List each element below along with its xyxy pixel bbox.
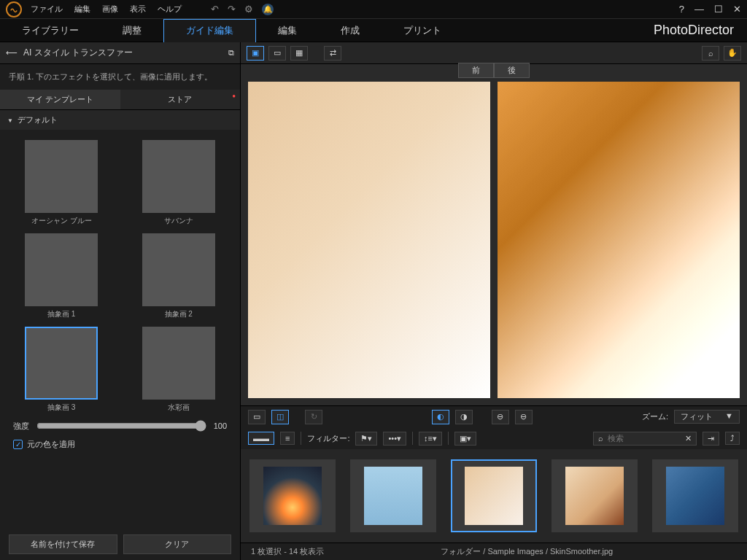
- clear-button[interactable]: クリア: [123, 534, 232, 554]
- undo-icon[interactable]: ↶: [211, 4, 219, 15]
- preview-panel: ▣ ▭ ▦ ⇄ ⌕ ✋ 前 後 ▭ ◫ ↻ ◐ ◑ ⊖ ⊖: [241, 42, 747, 560]
- tab-edit[interactable]: 編集: [256, 19, 319, 42]
- orig-color-checkbox[interactable]: ✓: [13, 440, 23, 449]
- style-thumb-1[interactable]: サバンナ: [128, 140, 231, 226]
- panel-subtabs: マイ テンプレート ストア●: [0, 90, 240, 110]
- filter-flag-icon[interactable]: ⚑▾: [355, 432, 377, 446]
- filmstrip: [241, 449, 747, 542]
- layout-single-icon[interactable]: ▭: [248, 410, 266, 424]
- style-thumb-label: 水彩画: [128, 402, 231, 413]
- view-fit-icon[interactable]: ▭: [268, 46, 286, 61]
- rotate-icon[interactable]: ↻: [305, 410, 322, 424]
- compare-side-icon[interactable]: ◐: [432, 410, 449, 424]
- menu-help[interactable]: ヘルプ: [158, 4, 182, 15]
- style-thumb-label: オーシャン ブルー: [10, 216, 113, 226]
- view-grid-icon[interactable]: ▦: [290, 46, 308, 61]
- zoom-tool-icon[interactable]: ⌕: [702, 46, 719, 61]
- preview-before-image[interactable]: [248, 82, 490, 398]
- main-menu: ファイル 編集 画像 表示 ヘルプ: [31, 4, 182, 15]
- film-thumb-4[interactable]: [652, 459, 738, 532]
- brand-label: PhotoDirector: [654, 23, 747, 38]
- menu-view[interactable]: 表示: [130, 4, 146, 15]
- style-thumb-5[interactable]: 水彩画: [128, 327, 231, 413]
- intensity-label: 強度: [13, 421, 29, 432]
- style-thumb-4[interactable]: 抽象画 3: [10, 327, 113, 413]
- film-thumb-3[interactable]: [551, 459, 638, 532]
- after-label: 後: [494, 63, 530, 78]
- intensity-slider[interactable]: [36, 420, 206, 432]
- menu-image[interactable]: 画像: [102, 4, 118, 15]
- status-bar: 1 枚選択 - 14 枚表示 フォルダー / Sample Images / S…: [241, 542, 747, 560]
- export-icon[interactable]: ⇥: [703, 432, 719, 446]
- style-thumb-3[interactable]: 抽象画 2: [128, 233, 231, 319]
- title-bar: ファイル 編集 画像 表示 ヘルプ ↶ ↷ ⚙ 🔔 ? — ☐ ✕: [0, 0, 747, 19]
- close-icon[interactable]: ✕: [733, 4, 741, 15]
- view-single-icon[interactable]: ▣: [247, 46, 264, 61]
- tab-adjust[interactable]: 調整: [101, 19, 163, 42]
- compare-split-icon[interactable]: ◑: [455, 410, 473, 424]
- app-logo: [6, 1, 22, 18]
- filter-label: フィルター:: [307, 433, 349, 444]
- clear-search-icon[interactable]: ✕: [685, 434, 692, 443]
- subtab-store[interactable]: ストア●: [120, 90, 241, 109]
- minimize-icon[interactable]: —: [694, 4, 704, 15]
- zoom-label: ズーム:: [642, 411, 668, 422]
- window-controls: ? — ☐ ✕: [679, 4, 741, 15]
- preview-after-image[interactable]: [498, 82, 740, 398]
- intensity-value: 100: [214, 421, 227, 430]
- film-thumb-2[interactable]: [451, 459, 537, 532]
- orig-color-label: 元の色を適用: [27, 439, 75, 450]
- popout-icon[interactable]: ⧉: [228, 48, 234, 58]
- search-box[interactable]: ⌕ ✕: [593, 432, 697, 446]
- menu-edit[interactable]: 編集: [74, 4, 90, 15]
- tab-guided[interactable]: ガイド編集: [163, 19, 256, 42]
- search-input[interactable]: [608, 434, 681, 443]
- style-thumb-label: 抽象画 1: [10, 309, 113, 319]
- style-grid: オーシャン ブルーサバンナ抽象画 1抽象画 2抽象画 3水彩画: [0, 130, 240, 416]
- redo-icon[interactable]: ↷: [228, 4, 236, 15]
- compare-bottom-icon[interactable]: ⊖: [515, 410, 533, 424]
- notification-icon[interactable]: 🔔: [262, 4, 274, 15]
- pan-tool-icon[interactable]: ✋: [724, 46, 741, 61]
- menu-file[interactable]: ファイル: [31, 4, 63, 15]
- search-icon: ⌕: [598, 434, 603, 443]
- style-thumb-2[interactable]: 抽象画 1: [10, 233, 113, 319]
- preview-toolbar: ▣ ▭ ▦ ⇄ ⌕ ✋: [241, 42, 747, 64]
- quick-actions: ↶ ↷ ⚙ 🔔: [211, 4, 274, 15]
- sort-icon[interactable]: ↕≡▾: [419, 432, 442, 446]
- save-as-button[interactable]: 名前を付けて保存: [9, 534, 117, 554]
- instruction-text: 手順 1. 下のエフェクトを選択して、画像に適用します。: [0, 64, 240, 90]
- back-icon[interactable]: ⟵: [6, 48, 18, 58]
- layout-split-icon[interactable]: ◫: [271, 410, 289, 424]
- subtab-templates[interactable]: マイ テンプレート: [0, 90, 120, 109]
- settings-icon[interactable]: ⚙: [244, 4, 253, 15]
- view-compare-icon[interactable]: ⇄: [324, 46, 341, 61]
- tab-library[interactable]: ライブラリー: [0, 19, 101, 42]
- style-thumb-label: 抽象画 3: [10, 402, 113, 413]
- filter-bar: ▬▬ ≡ フィルター: ⚑▾ •••▾ ↕≡▾ ▣▾ ⌕ ✕ ⇥ ⤴: [241, 427, 747, 449]
- effects-panel: ⟵ AI スタイル トランスファー ⧉ 手順 1. 下のエフェクトを選択して、画…: [0, 42, 241, 560]
- style-thumb-label: サバンナ: [128, 216, 231, 226]
- thumbsize-list-icon[interactable]: ≡: [280, 432, 295, 445]
- status-selection: 1 枚選択 - 14 枚表示: [251, 546, 324, 557]
- before-label: 前: [458, 63, 494, 78]
- maximize-icon[interactable]: ☐: [714, 4, 723, 15]
- thumbsize-large-icon[interactable]: ▬▬: [248, 432, 274, 445]
- tab-print[interactable]: プリント: [382, 19, 463, 42]
- film-thumb-0[interactable]: [249, 459, 336, 532]
- mode-tabs: ライブラリー 調整 ガイド編集 編集 作成 プリント PhotoDirector: [0, 19, 747, 42]
- share-icon[interactable]: ⤴: [725, 432, 740, 445]
- view-controls: ▭ ◫ ↻ ◐ ◑ ⊖ ⊖ ズーム: フィット▼: [241, 405, 747, 427]
- zoom-select[interactable]: フィット▼: [674, 410, 740, 424]
- help-icon[interactable]: ?: [679, 4, 684, 15]
- status-path: フォルダー / Sample Images / SkinSmoother.jpg: [441, 546, 613, 557]
- style-thumb-label: 抽象画 2: [128, 309, 231, 319]
- compare-top-icon[interactable]: ⊖: [492, 410, 509, 424]
- filter-rating-icon[interactable]: •••▾: [383, 432, 406, 446]
- style-thumb-0[interactable]: オーシャン ブルー: [10, 140, 113, 226]
- preview-area: 前 後: [241, 64, 747, 405]
- film-thumb-1[interactable]: [350, 459, 436, 532]
- stack-icon[interactable]: ▣▾: [454, 432, 476, 446]
- tab-create[interactable]: 作成: [319, 19, 382, 42]
- section-default[interactable]: デフォルト: [0, 110, 240, 130]
